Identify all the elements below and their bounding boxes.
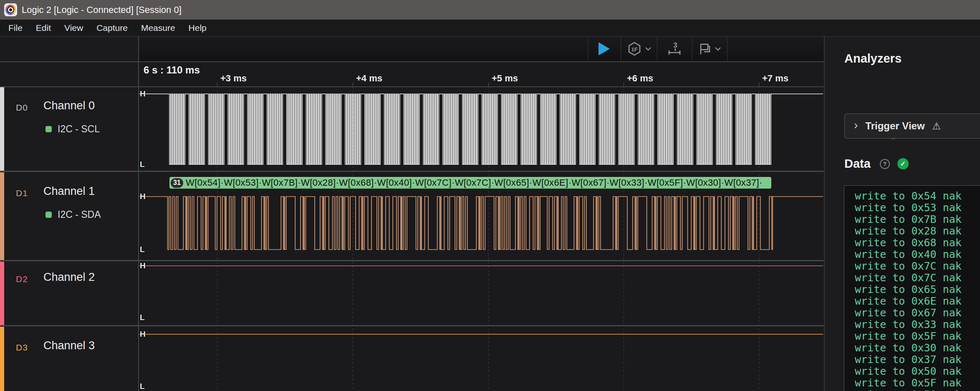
timeline-tick-mark [353,83,353,86]
channel-color-strip [0,262,4,325]
window-title: Logic 2 [Logic - Connected] [Session 0] [22,5,182,15]
menu-item-file[interactable]: File [2,20,29,36]
decoded-data-list[interactable]: write to 0x54 nakwrite to 0x53 nakwrite … [844,185,980,391]
data-row[interactable]: write to 0x7C nak [855,260,980,272]
app-logo-icon [4,3,17,16]
analyzer-assignment[interactable]: I2C - SCL [45,124,100,135]
menu-item-capture[interactable]: Capture [90,20,134,36]
warning-icon: ⚠ [932,121,941,132]
menu-item-view[interactable]: View [58,20,90,36]
data-ok-check-icon: ✓ [897,158,909,169]
channel-id: D2 [16,274,28,284]
waveform-d2[interactable] [139,262,823,325]
analyzers-title: Analyzers [844,52,902,66]
frame-count-badge: 31 [171,178,183,188]
chevron-down-icon [715,47,721,51]
waveform-area[interactable]: 31 W[0x54]·W[0x53]·W[0x7B]·W[0x28]·W[0x6… [139,86,823,391]
data-row[interactable]: write to 0x50 nak [855,389,980,391]
device-badge-text: 1F [631,46,637,53]
timeline-ruler[interactable]: 6 s : 110 ms +3 ms+4 ms+5 ms+6 ms+7 ms [139,61,823,86]
logo-core [8,7,13,13]
level-marker-low: L [140,160,145,169]
analyzer-dot-icon [45,126,52,132]
data-row[interactable]: write to 0x37 nak [855,354,980,366]
channel-color-strip [0,327,4,391]
menu-item-measure[interactable]: Measure [134,20,182,36]
level-marker-high: H [140,192,146,201]
level-marker-high: H [140,330,146,339]
data-row[interactable]: write to 0x54 nak [855,190,980,202]
level-marker-low: L [140,313,145,322]
start-capture-button[interactable] [588,37,621,61]
marker-badge-text: 3 [673,41,677,49]
logo-color-ring [5,5,16,15]
channel-name: Channel 3 [43,339,95,352]
channel-id: D1 [16,188,28,198]
channel-label-d3[interactable]: D3 Channel 3 [0,327,138,391]
waveform-d0[interactable] [139,87,823,171]
play-icon [599,42,610,55]
analyzer-name: I2C - SCL [58,124,100,135]
channel-label-d0[interactable]: D0 Channel 0 I2C - SCL [0,87,138,171]
data-row[interactable]: write to 0x53 nak [855,202,980,214]
channel-divider[interactable] [0,325,823,326]
data-row[interactable]: write to 0x50 nak [855,366,980,377]
data-row[interactable]: write to 0x5F nak [855,330,980,342]
channel-color-strip [0,172,4,260]
data-row[interactable]: write to 0x28 nak [855,225,980,237]
data-row[interactable]: write to 0x68 nak [855,237,980,249]
help-icon[interactable]: ? [880,159,890,169]
i2c-decode-bubble[interactable]: 31 W[0x54]·W[0x53]·W[0x7B]·W[0x28]·W[0x6… [169,177,771,189]
data-row[interactable]: write to 0x65 nak [855,284,980,295]
timeline-tick-label: +7 ms [762,73,788,84]
flag-icon [698,42,712,55]
analyzer-assignment[interactable]: I2C - SDA [45,209,101,220]
channel-id: D3 [16,343,28,353]
channel-name: Channel 2 [43,271,95,284]
analyzer-dot-icon [45,212,52,218]
logic2-window: Logic 2 [Logic - Connected] [Session 0] … [0,0,980,391]
trigger-view-expander[interactable]: › Trigger View ⚠ [844,114,980,139]
analyzer-name: I2C - SDA [58,209,101,220]
data-row[interactable]: write to 0x5F nak [855,377,980,389]
data-row[interactable]: write to 0x67 nak [855,307,980,319]
level-marker-low: L [140,245,145,254]
waveform-d3[interactable] [139,327,823,391]
channel-divider[interactable] [0,171,823,172]
menu-item-help[interactable]: Help [182,20,213,36]
channel-divider[interactable] [0,260,823,261]
data-row[interactable]: write to 0x33 nak [855,319,980,330]
hexagon-device-icon: 1F [627,41,642,56]
device-settings-button[interactable]: 1F [621,37,657,61]
channel-color-strip [0,87,4,171]
timeline-tick-mark [759,83,759,86]
ruler-3-icon: 3 [667,41,682,57]
decoded-bytes-text: W[0x54]·W[0x53]·W[0x7B]·W[0x28]·W[0x68]·… [186,177,763,188]
toolbar-separator [727,38,727,61]
timeline-tick-label: +6 ms [627,73,653,84]
channel-id: D0 [16,103,28,113]
data-row[interactable]: write to 0x40 nak [855,249,980,260]
data-row[interactable]: write to 0x30 nak [855,342,980,354]
panel-divider[interactable] [138,37,139,391]
timing-markers-button[interactable]: 3 [657,37,692,61]
channel-label-d1[interactable]: D1 Channel 1 I2C - SDA [0,172,138,260]
channel-name: Channel 1 [43,185,95,198]
channel-label-d2[interactable]: D2 Channel 2 [0,262,138,325]
data-row[interactable]: write to 0x7B nak [855,214,980,225]
annotations-button[interactable] [692,37,727,61]
titlebar[interactable]: Logic 2 [Logic - Connected] [Session 0] [0,0,980,20]
timeline-tick-mark [624,83,624,86]
level-marker-low: L [140,382,145,391]
chevron-down-icon [645,47,651,51]
data-section-header: Data ? ✓ [844,157,909,171]
data-row[interactable]: write to 0x7C nak [855,272,980,284]
data-row[interactable]: write to 0x6E nak [855,295,980,307]
channel-name: Channel 0 [43,99,95,112]
data-title: Data [844,157,871,171]
timeline-tick-label: +4 ms [356,73,382,84]
chevron-right-icon: › [854,119,858,131]
divider [0,86,823,87]
menu-item-edit[interactable]: Edit [29,20,58,36]
divider [0,61,823,62]
